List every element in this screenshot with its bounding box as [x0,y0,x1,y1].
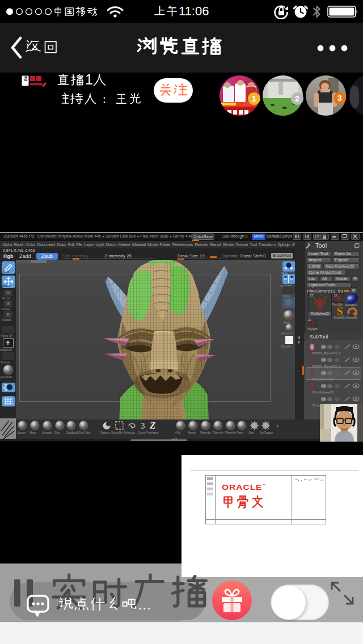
svg-text:1: 1 [85,73,93,87]
svg-text:1: 1 [252,94,256,103]
svg-text:...: ... [138,596,151,613]
svg-text:11:06: 11:06 [179,5,209,18]
svg-text:3: 3 [141,421,145,430]
svg-text:2: 2 [295,94,299,103]
svg-text:BK: BK [24,75,28,81]
svg-text:Z: Z [149,420,155,431]
svg-text:3: 3 [337,94,342,103]
